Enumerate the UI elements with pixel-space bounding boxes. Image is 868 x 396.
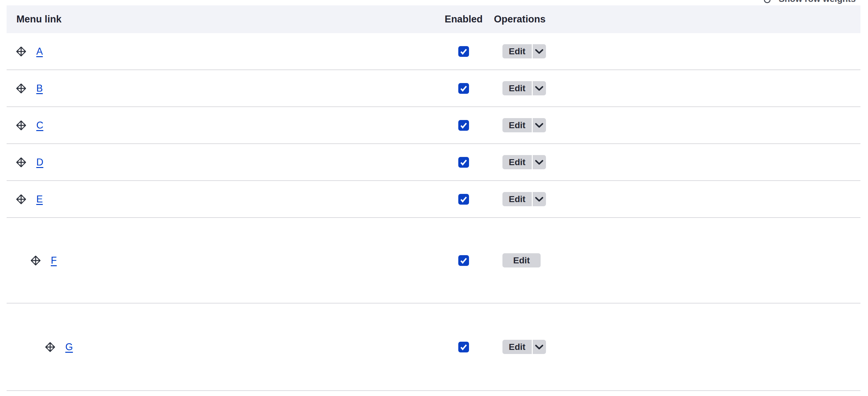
chevron-down-icon xyxy=(535,160,544,165)
chevron-down-icon xyxy=(535,197,544,202)
move-icon xyxy=(29,254,42,267)
menu-link[interactable]: C xyxy=(36,120,43,131)
enabled-cell xyxy=(442,83,485,94)
show-row-weights-link[interactable]: Show row weights xyxy=(764,0,856,5)
edit-button[interactable]: Edit xyxy=(502,81,532,95)
operations-cell: Edit xyxy=(485,192,861,206)
edit-button[interactable]: Edit xyxy=(502,44,532,58)
dropdown-toggle[interactable] xyxy=(533,81,546,95)
enabled-checkbox[interactable] xyxy=(458,194,469,205)
drag-handle[interactable] xyxy=(15,45,27,58)
edit-button[interactable]: Edit xyxy=(502,192,532,206)
menu-link-cell: F xyxy=(7,254,442,267)
enabled-checkbox[interactable] xyxy=(458,120,469,131)
chevron-down-icon xyxy=(535,344,544,349)
enabled-cell xyxy=(442,194,485,205)
show-row-weights-label: Show row weights xyxy=(779,0,856,5)
table-row: D Edit xyxy=(7,144,861,181)
header-menu-link: Menu link xyxy=(7,13,442,25)
table-header-row: Menu link Enabled Operations xyxy=(7,5,861,33)
table-row: B Edit xyxy=(7,70,861,107)
enabled-cell xyxy=(442,342,485,352)
enabled-checkbox[interactable] xyxy=(458,255,469,266)
checkmark-icon xyxy=(460,47,468,56)
checkmark-icon xyxy=(460,84,468,92)
table-row: E Edit xyxy=(7,181,861,218)
move-icon xyxy=(15,119,27,132)
enabled-cell xyxy=(442,157,485,168)
drag-handle[interactable] xyxy=(29,254,42,267)
checkmark-icon xyxy=(460,343,468,351)
checkmark-icon xyxy=(460,256,468,265)
dropdown-toggle[interactable] xyxy=(533,192,546,206)
menu-link[interactable]: B xyxy=(36,83,43,94)
move-icon xyxy=(15,156,27,169)
table-row: A Edit xyxy=(7,33,861,70)
menu-link[interactable]: A xyxy=(36,46,43,57)
menu-links-table: Menu link Enabled Operations A xyxy=(7,5,861,391)
drag-handle[interactable] xyxy=(15,193,27,205)
menu-link[interactable]: G xyxy=(65,341,73,353)
move-icon xyxy=(15,45,27,58)
operations-cell: Edit xyxy=(485,155,861,169)
edit-button[interactable]: Edit xyxy=(502,155,532,169)
chevron-down-icon xyxy=(535,49,544,54)
move-icon xyxy=(15,82,27,95)
checkmark-icon xyxy=(460,195,468,203)
checkmark-icon xyxy=(460,158,468,166)
table-row: F Edit xyxy=(7,218,861,304)
header-enabled: Enabled xyxy=(442,13,485,25)
enabled-checkbox[interactable] xyxy=(458,157,469,168)
move-icon xyxy=(15,193,27,205)
operations-dropbutton: Edit xyxy=(502,44,546,58)
dropdown-toggle[interactable] xyxy=(533,155,546,169)
menu-link-cell: A xyxy=(7,45,442,58)
table-row: G Edit xyxy=(7,304,861,391)
enabled-checkbox[interactable] xyxy=(458,46,469,57)
chevron-down-icon xyxy=(535,123,544,128)
edit-button[interactable]: Edit xyxy=(502,253,540,267)
dropdown-toggle[interactable] xyxy=(533,340,546,354)
menu-link[interactable]: D xyxy=(36,157,43,168)
dropdown-toggle[interactable] xyxy=(533,118,546,132)
enabled-checkbox[interactable] xyxy=(458,342,469,352)
menu-table-body: A Edit xyxy=(7,33,861,391)
menu-link[interactable]: E xyxy=(36,194,43,205)
chevron-down-icon xyxy=(535,86,544,91)
operations-dropbutton: Edit xyxy=(502,340,546,354)
edit-button[interactable]: Edit xyxy=(502,340,532,354)
dropdown-toggle[interactable] xyxy=(533,44,546,58)
drag-handle[interactable] xyxy=(15,82,27,95)
menu-link-cell: D xyxy=(7,156,442,169)
move-icon xyxy=(44,341,57,353)
operations-dropbutton: Edit xyxy=(502,118,546,132)
enabled-cell xyxy=(442,120,485,131)
operations-dropbutton: Edit xyxy=(502,81,546,95)
menu-link-cell: C xyxy=(7,119,442,132)
enabled-cell xyxy=(442,255,485,266)
menu-link-cell: E xyxy=(7,193,442,205)
drag-handle[interactable] xyxy=(15,119,27,132)
operations-cell: Edit xyxy=(485,81,861,95)
toggle-weight-icon xyxy=(764,0,771,3)
enabled-cell xyxy=(442,46,485,57)
operations-cell: Edit xyxy=(485,340,861,354)
checkmark-icon xyxy=(460,121,468,130)
menu-link[interactable]: F xyxy=(51,255,57,266)
drag-handle[interactable] xyxy=(15,156,27,169)
drag-handle[interactable] xyxy=(44,341,57,353)
operations-cell: Edit xyxy=(485,118,861,132)
operations-cell: Edit xyxy=(485,253,861,267)
operations-dropbutton: Edit xyxy=(502,192,546,206)
operations-dropbutton: Edit xyxy=(502,155,546,169)
operations-dropbutton: Edit xyxy=(502,253,540,267)
table-row: C Edit xyxy=(7,107,861,144)
operations-cell: Edit xyxy=(485,44,861,58)
edit-button[interactable]: Edit xyxy=(502,118,532,132)
enabled-checkbox[interactable] xyxy=(458,83,469,94)
menu-link-cell: B xyxy=(7,82,442,95)
header-operations: Operations xyxy=(485,13,861,25)
menu-link-cell: G xyxy=(7,341,442,353)
